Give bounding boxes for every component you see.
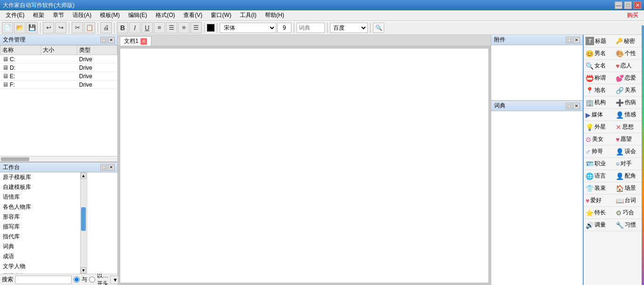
list-item[interactable]: 成语 xyxy=(0,252,87,261)
menu-chapter[interactable]: 章节 xyxy=(49,10,68,20)
workbench-float-button[interactable]: ⬚ xyxy=(100,164,107,171)
sidebar-item-skill[interactable]: ⚙ 巧合 xyxy=(614,207,644,219)
menu-edit[interactable]: 编辑(E) xyxy=(124,10,151,20)
table-row[interactable]: 🖥 D: Drive xyxy=(0,64,117,72)
align-right-button[interactable]: ≡ xyxy=(178,22,190,33)
sidebar-item-adjust[interactable]: 🔊 调量 xyxy=(584,219,614,231)
sidebar-item-personality[interactable]: 🎨 个性 xyxy=(614,48,644,60)
sidebar-item-outfit[interactable]: 👕 装束 xyxy=(584,182,614,195)
sidebar-item-emotion[interactable]: 👤 情感 xyxy=(614,109,644,121)
sidebar-item-female-name[interactable]: 🔍 女名 xyxy=(584,60,614,72)
sidebar-item-language[interactable]: 🌐 语言 xyxy=(584,170,614,182)
sidebar-item-location[interactable]: 📍 地名 xyxy=(584,84,614,97)
sidebar-item-org[interactable]: 🏢 机构 xyxy=(584,97,614,109)
radio-with[interactable] xyxy=(74,277,80,283)
sidebar-item-misunderstand[interactable]: 👤 误会 xyxy=(614,146,644,158)
sidebar-item-title[interactable]: T 标题 xyxy=(584,35,614,48)
menu-tools[interactable]: 工具(I) xyxy=(236,10,260,20)
radio-startswith[interactable] xyxy=(89,277,95,283)
table-row[interactable]: 🖥 C: Drive xyxy=(0,55,117,64)
attachments-float-button[interactable]: ⬚ xyxy=(566,37,572,43)
list-item[interactable]: 文学人物 xyxy=(0,261,87,271)
sidebar-item-alien[interactable]: 💡 外星 xyxy=(584,121,614,133)
menu-template[interactable]: 模板(M) xyxy=(96,10,124,20)
font-select[interactable]: 宋体 黑体 楷体 微软雅黑 xyxy=(220,23,276,33)
sidebar-item-injury[interactable]: ➕ 伤病 xyxy=(614,97,644,109)
close-button[interactable]: ✕ xyxy=(634,1,641,9)
doc-tab-1-close[interactable]: ✕ xyxy=(140,38,147,45)
maximize-button[interactable]: □ xyxy=(624,1,632,9)
list-item[interactable]: 语情库 xyxy=(0,192,87,202)
sidebar-item-male-name[interactable]: 😊 男名 xyxy=(584,48,614,60)
scroll-up-button[interactable]: ▲ xyxy=(81,172,86,179)
menu-window[interactable]: 窗口(W) xyxy=(207,10,235,20)
sidebar-item-relation[interactable]: 🔗 关系 xyxy=(614,84,644,97)
sidebar-item-address[interactable]: 📛 称谓 xyxy=(584,72,614,84)
sidebar-item-match[interactable]: 👤 配角 xyxy=(614,170,644,182)
scroll-down-button[interactable]: ▼ xyxy=(81,267,86,274)
cut-button[interactable]: ✂ xyxy=(72,22,83,33)
sidebar-item-wish[interactable]: ♥ 愿望 xyxy=(614,133,644,146)
menu-help[interactable]: 帮助(H) xyxy=(261,10,288,20)
sidebar-item-dialogue[interactable]: 📖 台词 xyxy=(614,195,644,207)
list-item[interactable]: 自建模板库 xyxy=(0,182,87,192)
align-left-button[interactable]: ≡ xyxy=(154,22,165,33)
print-button[interactable]: 🖨 xyxy=(100,22,112,33)
save-button[interactable]: 💾 xyxy=(26,22,38,33)
list-item[interactable]: 词典 xyxy=(0,242,87,252)
table-row[interactable]: 🖥 F: Drive xyxy=(0,81,117,89)
underline-button[interactable]: U xyxy=(141,22,153,33)
sidebar-item-handsome[interactable]: ♂ 帅哥 xyxy=(584,146,614,158)
scroll-thumb[interactable] xyxy=(81,207,86,231)
doc-editor-area[interactable] xyxy=(120,48,489,283)
bold-button[interactable]: B xyxy=(117,22,128,33)
font-size-input[interactable] xyxy=(277,23,291,33)
sidebar-item-thought[interactable]: ✕ 思想 xyxy=(614,121,644,133)
sidebar-item-media[interactable]: ▶ 媒体 xyxy=(584,109,614,121)
redo-button[interactable]: ↪ xyxy=(55,22,66,33)
sidebar-item-secret[interactable]: 🔑 秘密 xyxy=(614,35,644,48)
dict-input[interactable] xyxy=(297,23,325,33)
list-item[interactable]: 描写库 xyxy=(0,222,87,232)
menu-frame[interactable]: 框架 xyxy=(29,10,48,20)
scroll-track[interactable] xyxy=(81,179,86,267)
open-button[interactable]: 📂 xyxy=(14,22,25,33)
list-item[interactable]: 形容库 xyxy=(0,212,87,222)
search-engine-select[interactable]: 百度 Google 必应 xyxy=(330,23,368,33)
sidebar-item-job[interactable]: 🪪 职业 xyxy=(584,158,614,170)
sidebar-item-romance[interactable]: 💕 恋爱 xyxy=(614,72,644,84)
sidebar-item-lover[interactable]: ♥ 恋人 xyxy=(614,60,644,72)
sidebar-item-hobby[interactable]: ♥ 爱好 xyxy=(584,195,614,207)
doc-tab-1[interactable]: 文档1 ✕ xyxy=(120,36,151,46)
attachments-close-button[interactable]: ✕ xyxy=(573,37,580,43)
sidebar-item-scene[interactable]: 🏠 场景 xyxy=(614,182,644,195)
dictionary-close-button[interactable]: ✕ xyxy=(573,103,580,109)
minimize-button[interactable]: — xyxy=(615,1,622,9)
italic-button[interactable]: I xyxy=(129,22,140,33)
file-manager-float-button[interactable]: ⬚ xyxy=(100,37,107,43)
search-web-button[interactable]: 🔍 xyxy=(373,23,384,33)
list-item[interactable]: 指代库 xyxy=(0,232,87,242)
sidebar-item-opponent[interactable]: ≡ 对手 xyxy=(614,158,644,170)
sidebar-item-beauty[interactable]: ⊙ 美女 xyxy=(584,133,614,146)
file-horizontal-scrollbar[interactable] xyxy=(0,156,117,162)
color-picker[interactable] xyxy=(207,24,215,32)
copy-button[interactable]: 📋 xyxy=(84,22,95,33)
undo-button[interactable]: ↩ xyxy=(43,22,54,33)
hscroll-thumb[interactable] xyxy=(1,157,29,161)
workbench-search-input[interactable] xyxy=(15,276,72,284)
list-item[interactable]: 各色人物库 xyxy=(0,202,87,212)
sidebar-item-habit[interactable]: 🔧 习惯 xyxy=(614,219,644,231)
menu-paragraph[interactable]: 语段(A) xyxy=(69,10,95,20)
menu-file[interactable]: 文件(E) xyxy=(2,10,28,20)
workbench-close-button[interactable]: ✕ xyxy=(108,164,115,171)
align-justify-button[interactable]: ☰ xyxy=(190,22,202,33)
menu-view[interactable]: 查看(V) xyxy=(180,10,206,20)
list-item[interactable]: 原子模板库 xyxy=(0,172,87,182)
align-center-button[interactable]: ☰ xyxy=(166,22,177,33)
sidebar-item-feature[interactable]: ⭐ 特长 xyxy=(584,207,614,219)
table-row[interactable]: 🖥 E: Drive xyxy=(0,72,117,81)
file-manager-close-button[interactable]: ✕ xyxy=(108,37,115,43)
list-item[interactable]: 圣经金句 xyxy=(0,271,87,274)
new-button[interactable]: 📄 xyxy=(2,22,13,33)
